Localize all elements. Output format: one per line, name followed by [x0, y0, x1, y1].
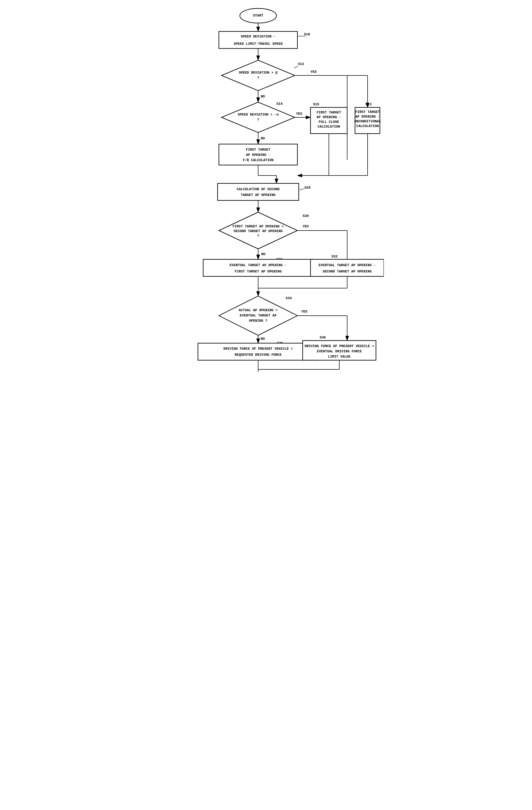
- s15-line2: AP OPENING ←: [317, 115, 341, 119]
- s34-no: NO: [261, 337, 265, 341]
- s34-line2: EVENTUAL TARGET AP: [240, 313, 277, 318]
- s13-line1: FIRST TARGET: [355, 110, 380, 114]
- s15-line1: FIRST TARGET: [317, 111, 341, 114]
- s32-label: S32: [331, 255, 338, 259]
- s31-line1: EVENTUAL TARGET AP OPENING ←: [230, 263, 287, 267]
- s10-line2: SPEED LIMIT-TRAVEL SPEED: [234, 42, 282, 46]
- s12-yes: YES: [311, 70, 317, 74]
- s15-label: S15: [313, 102, 319, 107]
- s30-label: S30: [303, 214, 309, 218]
- s15-line4: CALCULATION: [318, 125, 340, 129]
- s14-yes: YES: [296, 112, 302, 116]
- s12-label: S12: [298, 62, 304, 66]
- start-label: START: [253, 14, 263, 18]
- svg-rect-36: [311, 259, 384, 276]
- s34-line1: ACTUAL AP OPENING >: [239, 308, 278, 312]
- svg-line-29: [300, 189, 304, 190]
- s15-line3: FULL CLOSE: [319, 120, 339, 124]
- s16-line3: F/B CALCULATION: [243, 158, 273, 162]
- s12-line2: ?: [257, 76, 259, 80]
- s20-label: S20: [304, 186, 311, 190]
- s34-yes: YES: [301, 310, 307, 313]
- s20-line1: CALCULATION OF SECOND: [237, 187, 280, 191]
- s14-label: S14: [277, 102, 283, 106]
- s30-line2: SECOND TARGET AP OPENING: [234, 229, 282, 233]
- s13-line3: UNCONDITIONAL: [354, 119, 381, 124]
- svg-line-7: [294, 66, 298, 68]
- s14-no: NO: [261, 136, 265, 141]
- s30-line1: FIRST TARGET AP OPENING >: [232, 225, 284, 228]
- s35-line2: REQUESTED DRIVING FORCE: [235, 353, 282, 357]
- svg-rect-35: [203, 259, 313, 276]
- flowchart-container: START SPEED DEVIATION ← SPEED LIMIT-TRAV…: [148, 5, 384, 372]
- svg-marker-11: [221, 102, 295, 132]
- s16-line1: FIRST TARGET: [246, 148, 270, 152]
- s32-line1: EVENTUAL TARGET AP OPENING ←: [319, 263, 376, 267]
- s10-line1: SPEED DEVIATION ←: [241, 35, 276, 38]
- svg-rect-45: [198, 343, 318, 360]
- s35-line1: DRIVING FORCE OF PRESENT VEHICLE =: [223, 347, 293, 351]
- s36-line3: LIMIT VALUE: [328, 355, 351, 359]
- svg-rect-28: [218, 183, 299, 200]
- s20-line2: TARGET AP OPENING: [241, 193, 276, 197]
- s32-line2: SECOND TARGET AP OPENING: [322, 270, 371, 274]
- s13-line4: CALCULATION: [356, 124, 379, 128]
- s31-line2: FIRST TARGET AP OPENING: [235, 270, 282, 274]
- s34-label: S34: [286, 296, 292, 300]
- s14-line1: SPEED DEVIATION < -α: [238, 113, 279, 117]
- s12-no: NO: [261, 95, 265, 98]
- s13-line2: AP OPENING ←: [355, 115, 380, 119]
- s30-no: NO: [261, 252, 265, 256]
- s30-yes: YES: [303, 225, 309, 228]
- s30-line3: ?: [257, 234, 259, 238]
- s36-label: S36: [320, 336, 326, 340]
- s34-line3: OPENING ?: [249, 319, 267, 323]
- s12-line1: SPEED DEVIATION > β: [239, 71, 278, 75]
- s10-label: S10: [304, 32, 310, 36]
- svg-marker-6: [221, 60, 295, 91]
- s36-line1: DRIVING FORCE OF PRESENT VEHICLE =: [304, 344, 374, 348]
- s14-line2: ?: [257, 118, 259, 122]
- s16-line2: AP OPENING ←: [246, 153, 270, 157]
- s13-label: S13: [365, 102, 372, 107]
- s36-line2: EVENTUAL DRIVING FORCE: [317, 350, 362, 353]
